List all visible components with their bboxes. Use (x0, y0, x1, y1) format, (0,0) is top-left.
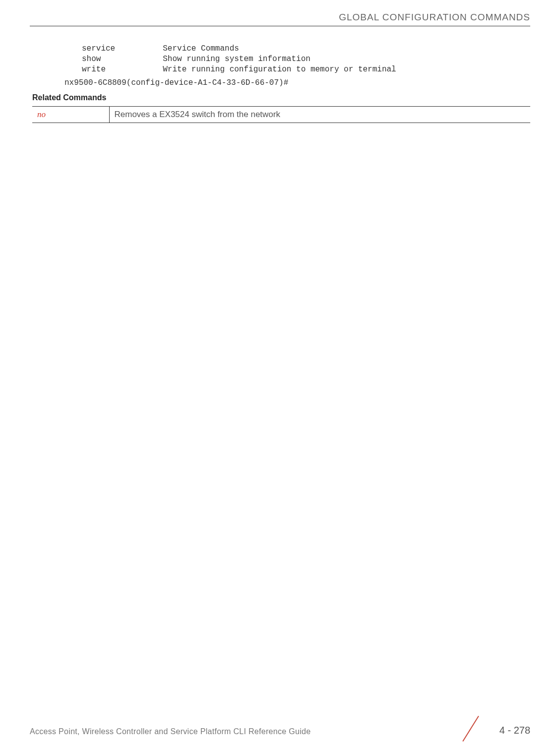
related-commands-heading: Related Commands (32, 93, 530, 102)
cli-prompt: nx9500-6C8809(config-device-A1-C4-33-6D-… (64, 78, 530, 87)
slash-icon (458, 716, 483, 741)
footer-text: Access Point, Wireless Controller and Se… (30, 727, 530, 736)
page-header: GLOBAL CONFIGURATION COMMANDS (339, 12, 530, 23)
page-number: 4 - 278 (499, 725, 530, 736)
related-commands-table: no Removes a EX3524 switch from the netw… (32, 106, 530, 123)
page-footer: Access Point, Wireless Controller and Se… (30, 727, 530, 736)
table-row: no Removes a EX3524 switch from the netw… (32, 107, 530, 123)
header-title: GLOBAL CONFIGURATION COMMANDS (339, 12, 530, 23)
cli-output: service Service Commands show Show runni… (82, 44, 530, 74)
main-content: service Service Commands show Show runni… (64, 44, 530, 123)
command-cell: no (32, 107, 109, 123)
header-rule (30, 26, 530, 26)
description-cell: Removes a EX3524 switch from the network (109, 107, 530, 123)
